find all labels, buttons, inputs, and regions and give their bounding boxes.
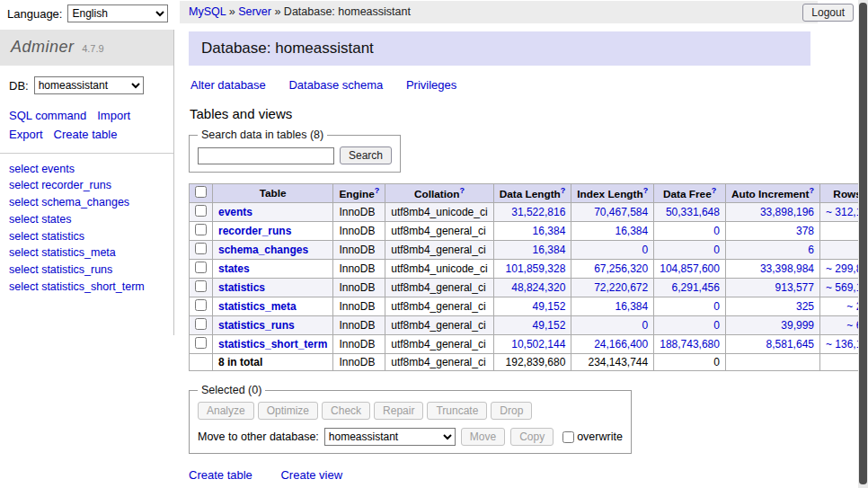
auto-increment-link[interactable]: 33,898,196 [760, 206, 814, 218]
repair-button[interactable]: Repair [374, 402, 423, 420]
index-length-link[interactable]: 16,384 [616, 300, 649, 313]
sidebar-select-link[interactable]: select statistics [9, 228, 164, 245]
data-free-link[interactable]: 0 [713, 225, 720, 237]
help-link[interactable]: ? [643, 186, 649, 195]
data-free-link[interactable]: 0 [713, 244, 720, 256]
sidebar-select-link[interactable]: select states [9, 211, 164, 228]
row-checkbox[interactable] [195, 262, 207, 273]
table-name-link[interactable]: schema_changes [218, 244, 308, 256]
auto-increment-link[interactable]: 913,577 [775, 281, 814, 294]
select-all-checkbox[interactable] [195, 186, 207, 198]
table-name-link[interactable]: statistics_meta [218, 300, 297, 313]
column-header-table[interactable]: Table [213, 184, 333, 203]
truncate-button[interactable]: Truncate [427, 402, 487, 420]
move-button[interactable]: Move [461, 428, 505, 446]
import-link[interactable]: Import [97, 109, 130, 122]
move-database-select[interactable]: homeassistant [324, 428, 456, 446]
auto-increment-link[interactable]: 325 [796, 300, 814, 313]
search-button[interactable]: Search [340, 146, 392, 164]
sidebar-select-link[interactable]: select events [9, 161, 164, 178]
db-select[interactable]: homeassistant [34, 76, 144, 94]
help-link[interactable]: ? [375, 186, 380, 195]
language-select[interactable]: English [67, 4, 168, 22]
table-name-link[interactable]: recorder_runs [218, 225, 291, 237]
data-free-link[interactable]: 104,857,600 [660, 262, 720, 275]
sidebar-select-link[interactable]: select schema_changes [9, 194, 164, 211]
data-free-link[interactable]: 50,331,648 [666, 206, 720, 218]
create-table-link-sidebar[interactable]: Create table [54, 128, 118, 141]
scrollbar-track[interactable] [858, 0, 868, 488]
table-name-link[interactable]: statistics_runs [218, 319, 295, 332]
create-table-link[interactable]: Create table [189, 468, 252, 482]
auto-increment-link[interactable]: 39,999 [781, 319, 814, 332]
column-header-data-free[interactable]: Data Free? [654, 184, 726, 203]
data-length-link[interactable]: 16,384 [533, 225, 566, 237]
data-free-link[interactable]: 188,743,680 [660, 338, 720, 350]
row-checkbox[interactable] [195, 243, 207, 254]
data-length-link[interactable]: 49,152 [533, 300, 566, 313]
breadcrumb-item[interactable]: MySQL [189, 5, 226, 18]
data-length-link[interactable]: 10,502,144 [511, 338, 565, 350]
data-length-link[interactable]: 49,152 [533, 319, 566, 332]
help-link[interactable]: ? [809, 186, 814, 195]
index-length-link[interactable]: 70,467,584 [594, 206, 648, 218]
sidebar-select-link[interactable]: select recorder_runs [9, 177, 164, 194]
row-check-cell [190, 316, 213, 335]
create-view-link[interactable]: Create view [280, 468, 342, 482]
privileges-link[interactable]: Privileges [406, 78, 456, 92]
table-name-link[interactable]: statistics [218, 281, 265, 294]
sql-command-link[interactable]: SQL command [9, 109, 86, 122]
sidebar-select-link[interactable]: select statistics_runs [9, 262, 164, 279]
scrollbar-thumb[interactable] [859, 3, 867, 484]
row-checkbox[interactable] [195, 224, 207, 235]
index-length-link[interactable]: 0 [642, 319, 649, 332]
overwrite-checkbox[interactable] [562, 431, 574, 443]
drop-button[interactable]: Drop [491, 402, 532, 420]
breadcrumb-item[interactable]: Server [238, 5, 271, 18]
column-header-data-length[interactable]: Data Length? [493, 184, 571, 203]
page-title: Database: homeassistant [189, 31, 810, 66]
index-length-link[interactable]: 0 [642, 244, 649, 256]
copy-button[interactable]: Copy [510, 428, 554, 446]
help-link[interactable]: ? [561, 186, 566, 195]
auto-increment-link[interactable]: 33,398,984 [760, 262, 814, 275]
column-header-engine[interactable]: Engine? [333, 184, 385, 203]
database-schema-link[interactable]: Database schema [288, 78, 383, 92]
search-input[interactable] [198, 147, 334, 164]
check-button[interactable]: Check [322, 402, 370, 420]
auto-increment-link[interactable]: 378 [796, 225, 814, 237]
logout-button[interactable]: Logout [802, 4, 854, 22]
help-link[interactable]: ? [459, 186, 465, 195]
index-length-link[interactable]: 16,384 [616, 225, 649, 237]
index-length-link[interactable]: 24,166,400 [594, 338, 648, 350]
data-length-link[interactable]: 48,824,320 [511, 281, 565, 294]
column-header-collation[interactable]: Collation? [385, 184, 493, 203]
data-length-link[interactable]: 101,859,328 [506, 262, 566, 275]
column-header-auto-increment[interactable]: Auto Increment? [725, 184, 819, 203]
data-free-link[interactable]: 0 [713, 300, 720, 313]
table-name-link[interactable]: states [218, 262, 250, 275]
data-free-link[interactable]: 6,291,456 [672, 281, 720, 294]
column-header-index-length[interactable]: Index Length? [571, 184, 654, 203]
row-checkbox[interactable] [195, 299, 207, 311]
row-checkbox[interactable] [195, 318, 207, 330]
sidebar-select-link[interactable]: select statistics_short_term [9, 279, 164, 296]
index-length-link[interactable]: 72,220,672 [594, 281, 648, 294]
data-length-link[interactable]: 16,384 [533, 244, 566, 256]
table-name-link[interactable]: events [218, 206, 252, 218]
sidebar-select-link[interactable]: select statistics_meta [9, 244, 164, 262]
analyze-button[interactable]: Analyze [198, 402, 254, 420]
data-length-link[interactable]: 31,522,816 [511, 206, 565, 218]
row-checkbox[interactable] [195, 337, 207, 349]
index-length-link[interactable]: 67,256,320 [594, 262, 648, 275]
row-checkbox[interactable] [195, 280, 207, 292]
data-free-link[interactable]: 0 [713, 319, 720, 332]
row-checkbox[interactable] [195, 205, 207, 217]
export-link[interactable]: Export [9, 128, 43, 141]
table-name-link[interactable]: statistics_short_term [218, 338, 327, 350]
alter-database-link[interactable]: Alter database [190, 78, 266, 92]
help-link[interactable]: ? [712, 186, 717, 195]
auto-increment-link[interactable]: 6 [808, 244, 814, 256]
optimize-button[interactable]: Optimize [258, 402, 318, 420]
auto-increment-link[interactable]: 8,581,645 [766, 338, 814, 350]
